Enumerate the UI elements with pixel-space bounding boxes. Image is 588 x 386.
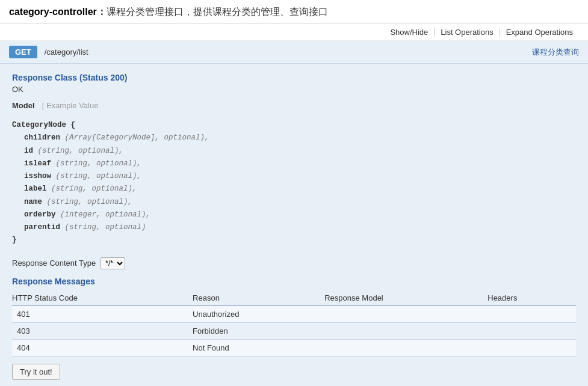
field-children: children (Array[CategoryNode], optional)… xyxy=(12,132,576,144)
response-section: Response Class (Status 200) OK Model | E… xyxy=(0,64,588,386)
response-table-head: HTTP Status Code Reason Response Model H… xyxy=(12,291,576,305)
status-403: 403 xyxy=(12,322,193,339)
table-row: 404 Not Found xyxy=(12,339,576,356)
table-row: 403 Forbidden xyxy=(12,322,576,339)
model-404 xyxy=(324,339,487,356)
col-headers: Headers xyxy=(487,291,576,305)
field-isshow: isshow (string, optional), xyxy=(12,170,576,183)
response-class-title: Response Class (Status 200) xyxy=(12,73,576,82)
open-brace: { xyxy=(71,121,76,129)
reason-401: Unauthorized xyxy=(193,305,324,323)
schema-box: CategoryNode { children (Array[CategoryN… xyxy=(12,116,576,250)
reason-404: Not Found xyxy=(193,339,324,356)
endpoint-row: GET /category/list 课程分类查询 xyxy=(0,41,588,64)
tab-separator: | xyxy=(42,101,44,110)
schema-close-brace: } xyxy=(12,234,576,247)
header-bar: category-controller：课程分类管理接口，提供课程分类的管理、查… xyxy=(0,0,588,24)
example-value-tab[interactable]: Example Value xyxy=(46,100,103,111)
response-messages-title: Response Messages xyxy=(12,277,576,286)
response-table: HTTP Status Code Reason Response Model H… xyxy=(12,291,576,357)
method-badge: GET xyxy=(9,46,37,58)
controller-name: category-controller xyxy=(9,7,97,17)
class-name: CategoryNode xyxy=(12,121,66,129)
reason-403: Forbidden xyxy=(193,322,324,339)
main-content: GET /category/list 课程分类查询 Response Class… xyxy=(0,41,588,386)
field-isleaf: isleaf (string, optional), xyxy=(12,158,576,170)
model-tabs: Model | Example Value xyxy=(12,100,576,111)
show-hide-link[interactable]: Show/Hide xyxy=(384,28,435,37)
headers-403 xyxy=(487,322,576,339)
schema-class-line: CategoryNode { xyxy=(12,119,576,132)
list-operations-link[interactable]: List Operations xyxy=(435,28,500,37)
actions-bar: Show/Hide List Operations Expand Operati… xyxy=(0,24,588,41)
page-container: category-controller：课程分类管理接口，提供课程分类的管理、查… xyxy=(0,0,588,386)
model-403 xyxy=(324,322,487,339)
model-tab[interactable]: Model xyxy=(12,100,40,111)
model-401 xyxy=(324,305,487,323)
status-404: 404 xyxy=(12,339,193,356)
field-name: name (string, optional), xyxy=(12,196,576,209)
response-table-body: 401 Unauthorized 403 Forbidden 404 Not F… xyxy=(12,305,576,357)
controller-desc: 课程分类管理接口，提供课程分类的管理、查询接口 xyxy=(107,7,328,17)
table-header-row: HTTP Status Code Reason Response Model H… xyxy=(12,291,576,305)
field-orderby: orderby (integer, optional), xyxy=(12,209,576,221)
table-row: 401 Unauthorized xyxy=(12,305,576,323)
field-label: label (string, optional), xyxy=(12,183,576,195)
content-type-row: Response Content Type */* xyxy=(12,257,576,269)
headers-401 xyxy=(487,305,576,323)
col-status-code: HTTP Status Code xyxy=(12,291,193,305)
header-title: category-controller：课程分类管理接口，提供课程分类的管理、查… xyxy=(9,7,328,17)
status-ok: OK xyxy=(12,85,576,94)
expand-operations-link[interactable]: Expand Operations xyxy=(500,28,579,37)
status-401: 401 xyxy=(12,305,193,323)
col-reason: Reason xyxy=(193,291,324,305)
try-it-out-button[interactable]: Try it out! xyxy=(12,364,60,380)
endpoint-path: /category/list xyxy=(45,47,532,57)
field-id: id (string, optional), xyxy=(12,145,576,158)
endpoint-desc[interactable]: 课程分类查询 xyxy=(532,47,579,58)
field-parentid: parentid (string, optional) xyxy=(12,221,576,234)
col-response-model: Response Model xyxy=(324,291,487,305)
header-separator: ： xyxy=(97,7,107,17)
headers-404 xyxy=(487,339,576,356)
content-type-label: Response Content Type xyxy=(12,259,96,268)
content-type-select[interactable]: */* xyxy=(101,257,125,269)
